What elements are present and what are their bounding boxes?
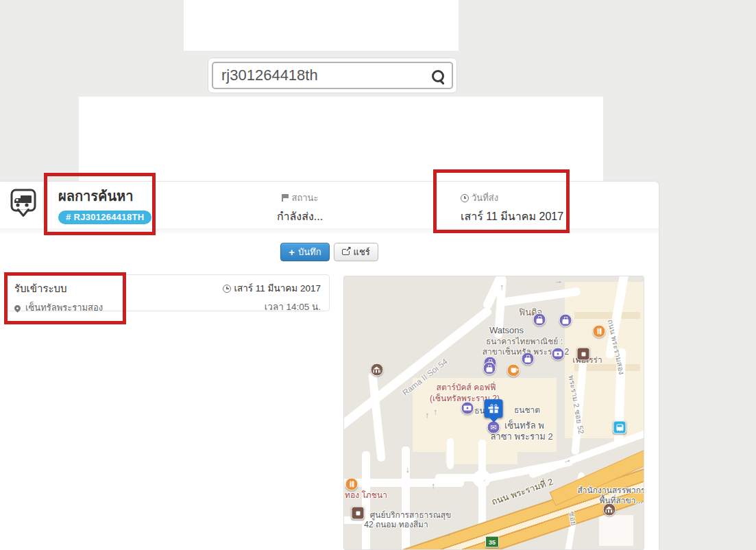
gift-parcel-icon <box>489 404 499 413</box>
tracking-location-marker[interactable] <box>485 399 503 418</box>
result-panel: ผลการค้นหา # RJ301264418TH สถานะ กำลังส่… <box>0 182 659 550</box>
map[interactable]: →→→→→→→→ฟินดิจWatsonsธนาคารไทยพาณิชย์ :ส… <box>343 276 644 550</box>
bag-poi-icon[interactable] <box>533 313 546 326</box>
museum-glyph <box>606 507 613 513</box>
status-value: กำลังส่ง... <box>257 208 343 225</box>
one-way-arrow-icon: → <box>441 529 452 539</box>
share-icon <box>342 249 350 255</box>
annotation-rectangle <box>433 169 570 233</box>
restaurant-poi-icon[interactable] <box>345 478 358 491</box>
bag-glyph <box>487 367 493 372</box>
card-poi-icon[interactable] <box>461 402 474 415</box>
timeline-event-date: เสาร์ 11 มีนาคม 2017 <box>234 283 321 294</box>
one-way-arrow-icon: → <box>405 466 413 475</box>
timeline-event-right: เสาร์ 11 มีนาคม 2017 เวลา 14:05 น. <box>223 280 321 305</box>
timeline-event-date-row: เสาร์ 11 มีนาคม 2017 <box>223 280 321 296</box>
map-label: ธนชาต <box>514 403 540 416</box>
actions-row: +บันทึก แชร์ <box>0 243 659 261</box>
map-label: ซอย <box>565 510 580 526</box>
share-button[interactable]: แชร์ <box>334 243 378 261</box>
status-label-row: สถานะ <box>257 191 343 205</box>
map-label: Watsons <box>489 325 524 335</box>
plus-icon: + <box>289 247 295 257</box>
header-divider <box>42 187 43 224</box>
bag-poi-icon[interactable] <box>559 314 572 327</box>
coffee-poi-icon[interactable] <box>507 364 520 377</box>
tracking-search-input[interactable] <box>212 62 453 89</box>
status-label: สถานะ <box>292 193 319 203</box>
museum-poi-icon[interactable] <box>603 503 616 516</box>
one-way-arrow-icon: → <box>428 482 436 490</box>
gift-bowl <box>490 404 493 407</box>
restaurant-glyph <box>596 328 602 335</box>
map-label: ธน <box>474 404 485 417</box>
coffee-glyph <box>511 368 516 373</box>
header-logo-area <box>184 0 459 51</box>
parcel-truck-icon <box>10 189 36 223</box>
bus-poi-icon[interactable] <box>613 421 626 434</box>
gift-ribbon <box>493 407 494 413</box>
save-button-label: บันทึก <box>298 245 321 259</box>
timeline-event-time: เวลา 14:05 น. <box>223 299 321 314</box>
envelope-glyph: ✉ <box>490 424 496 431</box>
annotation-rectangle <box>4 272 126 324</box>
envelope-poi-icon[interactable]: ✉ <box>487 421 500 434</box>
museum-poi-icon[interactable] <box>371 363 384 376</box>
bag-poi-icon[interactable] <box>483 362 496 375</box>
status-block: สถานะ กำลังส่ง... <box>257 191 343 225</box>
share-button-label: แชร์ <box>354 245 370 259</box>
bag-glyph <box>537 318 543 323</box>
save-button[interactable]: +บันทึก <box>280 243 329 261</box>
bus-glyph <box>616 424 623 431</box>
gift-bowr <box>494 404 497 407</box>
bag-glyph <box>525 357 531 362</box>
map-road <box>368 372 386 462</box>
card-poi-icon[interactable] <box>552 348 565 361</box>
restaurant-poi-icon[interactable] <box>593 325 606 338</box>
annotation-rectangle <box>44 173 156 235</box>
card-glyph <box>464 406 472 411</box>
map-roundabout <box>473 470 491 488</box>
search-icon[interactable] <box>432 70 444 82</box>
map-label: 42 ถนอม ทองสีมา <box>364 518 428 531</box>
route-shield-35: 35 <box>485 536 499 548</box>
map-road <box>402 446 410 550</box>
museum-glyph <box>374 367 381 373</box>
clock-icon <box>223 285 231 293</box>
map-building <box>599 515 633 546</box>
map-road <box>447 438 454 469</box>
restaurant-glyph <box>348 481 355 488</box>
plaza-glyph <box>581 352 585 356</box>
tracking-search-form <box>208 58 457 93</box>
one-way-arrow-icon: → <box>430 408 438 416</box>
map-building <box>574 312 640 319</box>
content-placeholder <box>79 97 603 181</box>
bag-poi-icon[interactable] <box>522 352 535 366</box>
map-label: ลาซา พระราม 2 <box>490 429 552 444</box>
plaza-poi-icon[interactable] <box>352 507 365 520</box>
bag-glyph <box>563 319 569 324</box>
one-way-arrow-icon: → <box>496 283 504 291</box>
screen: ผลการค้นหา # RJ301264418TH สถานะ กำลังส่… <box>0 0 756 550</box>
one-way-arrow-icon: → <box>554 276 563 285</box>
card-glyph <box>554 352 562 357</box>
plaza-poi-icon[interactable] <box>577 348 590 361</box>
flag-icon <box>282 194 289 202</box>
plaza-glyph <box>356 511 360 515</box>
